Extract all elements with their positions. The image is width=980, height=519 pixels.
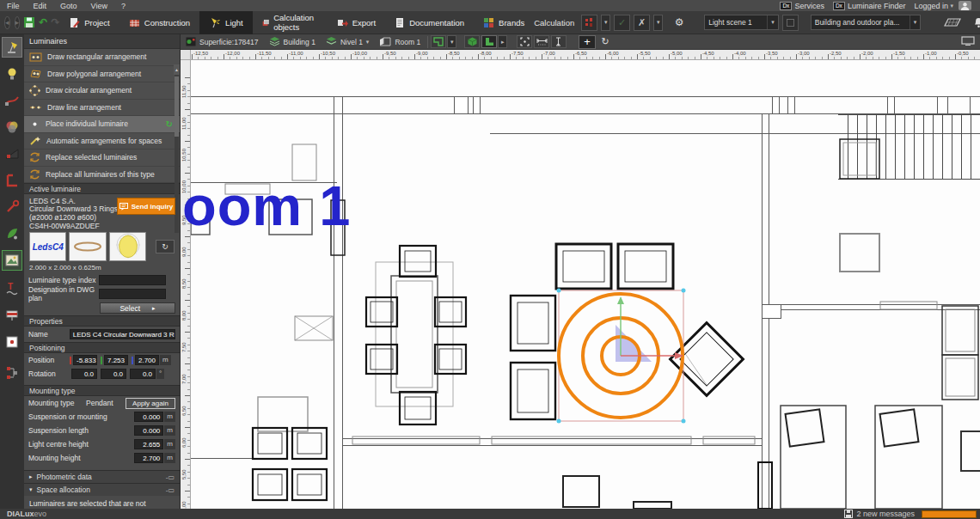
tab-documentation[interactable]: Documentation [385, 11, 474, 34]
dwg-input[interactable] [99, 289, 166, 299]
pin-icon[interactable]: -▭ [166, 486, 175, 494]
building-selector[interactable]: Building 1 [264, 34, 321, 50]
lamps-icon[interactable] [2, 64, 22, 84]
tool-draw-polygonal-arrangement[interactable]: Draw polygonal arrangement [24, 66, 180, 83]
messages-indicator[interactable]: 2 new messages [844, 510, 980, 518]
send-inquiry-button[interactable]: Send inquiry [117, 198, 175, 215]
rotation-y-input[interactable]: 0.0 [101, 369, 126, 379]
notifications-button[interactable] [969, 14, 980, 31]
position-z-input[interactable]: 2.700 [135, 355, 159, 365]
mounting-height-input[interactable]: 2.700 [134, 453, 163, 463]
refresh-icon[interactable]: ↻ [166, 119, 173, 129]
luminaire-selection[interactable] [557, 289, 686, 424]
tool-draw-line-arrangement[interactable]: Draw line arrangement [24, 100, 180, 117]
cables-icon[interactable] [2, 90, 22, 111]
structure-icon[interactable] [2, 363, 22, 383]
light-scene-select[interactable]: Light scene 1 ▾ [704, 15, 779, 30]
tool-draw-rectangular-arrangement[interactable]: Draw rectangular arrangement [24, 49, 180, 66]
menu-edit[interactable]: Edit [27, 2, 54, 10]
cancel-dropdown[interactable]: ▾ [653, 15, 663, 31]
position-y-input[interactable]: 7.253 [104, 355, 128, 365]
rotate-luminaire-button[interactable]: ↻ [156, 240, 175, 253]
luminaires-tool-icon[interactable] [2, 37, 22, 58]
services-link[interactable]: Dx Services [780, 2, 824, 10]
colours-icon[interactable] [2, 117, 22, 137]
tab-export[interactable]: Export [328, 11, 385, 34]
space-allocation-section[interactable]: ▾ Space allocation -▭ [24, 483, 180, 496]
tab-brands[interactable]: Brands [474, 11, 534, 34]
menu-help[interactable]: ? [114, 2, 132, 10]
manufacturer-logo[interactable]: LedsC4 [29, 232, 66, 261]
scene-image-icon[interactable] [2, 250, 22, 271]
name-input[interactable]: LEDS C4 Circular Downward 3 Rings (ø2000… [70, 329, 175, 339]
room-geometry-icon[interactable] [2, 170, 22, 191]
measure-vertical-button[interactable] [551, 35, 567, 48]
pan-tool-button[interactable]: + [579, 35, 596, 49]
output-mode-select[interactable]: Building and outdoor pla... ▾ [811, 15, 922, 30]
luminaire-finder-link[interactable]: Dx Luminaire Finder [833, 2, 906, 10]
select-button[interactable]: Select ▸ [100, 302, 175, 314]
daylight-icon[interactable] [2, 143, 22, 164]
back-button[interactable]: ◂ [4, 16, 10, 29]
product-photo[interactable] [69, 232, 106, 261]
undo-button[interactable]: ↶ [39, 14, 47, 31]
tool-label: Automatic arrangements for spaces [46, 137, 162, 145]
tool-automatic-arrangements[interactable]: Automatic arrangements for spaces [24, 133, 180, 150]
display-settings-button[interactable] [961, 36, 975, 47]
rotation-z-input[interactable]: 0.0 [130, 369, 156, 379]
text-annotation-icon[interactable]: T [2, 278, 22, 299]
menu-file[interactable]: File [0, 2, 27, 10]
suspension-or-mounting-input[interactable]: 0.000 [134, 412, 163, 422]
logged-in-menu[interactable]: Logged in ▾ [914, 1, 971, 10]
active-luminaire-info: LEDS C4 S.A. Circular Downward 3 Rings (… [24, 194, 180, 230]
energy-icon[interactable] [2, 223, 22, 244]
suspension-length-input[interactable]: 0.000 [134, 425, 163, 436]
calculation-dropdown[interactable]: ▾ [601, 15, 610, 31]
tab-construction[interactable]: Construction [119, 11, 199, 34]
calculation-frame-icon[interactable] [2, 332, 22, 352]
photometric-curve-thumb[interactable] [109, 232, 146, 261]
tool-draw-circular-arrangement[interactable]: Draw circular arrangement [24, 82, 180, 100]
view-3d-button[interactable] [464, 35, 480, 48]
save-button[interactable] [23, 14, 35, 31]
cancel-button[interactable]: ✗ [634, 15, 650, 31]
measure-horizontal-button[interactable] [534, 35, 549, 48]
tool-replace-all-luminaires[interactable]: Replace all luminaires of this type [24, 167, 180, 184]
photometric-data-section[interactable]: ▸ Photometric data -▭ [24, 470, 180, 483]
scene-preview-button[interactable] [782, 15, 799, 31]
redo-button[interactable]: ↷ [51, 14, 59, 31]
menu-goto[interactable]: Goto [53, 2, 84, 10]
settings-button[interactable]: ⚙ [670, 14, 689, 31]
rotation-x-input[interactable]: 0.0 [71, 369, 97, 379]
materials-icon[interactable] [2, 305, 22, 326]
scroll-up-icon[interactable]: ▲ [174, 64, 180, 75]
mounting-type-value[interactable]: Pendant [86, 399, 122, 407]
level-selector[interactable]: Nivel 1 ▾ [321, 34, 375, 50]
type-index-input[interactable] [99, 275, 166, 285]
pin-icon[interactable]: -▭ [166, 473, 175, 481]
tools-icon[interactable] [2, 197, 22, 217]
tab-project[interactable]: Project [59, 11, 119, 34]
tab-light[interactable]: Light [199, 11, 253, 34]
light-centre-height-input[interactable]: 2.655 [134, 439, 163, 449]
menu-view[interactable]: View [84, 2, 114, 10]
floor-plan-view-button[interactable] [431, 35, 446, 48]
forward-button[interactable]: ▸ [15, 16, 21, 29]
apply-again-button[interactable]: Apply again [126, 398, 175, 409]
position-x-input[interactable]: -5.833 [73, 355, 97, 365]
plan-canvas[interactable]: Room 1 -12,50-12,00-11,50-11,00-10,50-10… [181, 50, 980, 509]
view-mode-dropdown[interactable]: ▸ [498, 35, 507, 48]
tab-calculation-objects[interactable]: Calculation objects [253, 11, 328, 34]
room-selector[interactable]: Room 1 [374, 34, 426, 50]
accept-button[interactable]: ✓ [614, 15, 630, 31]
plan-l-icon [485, 37, 494, 46]
false-colours-button[interactable] [943, 14, 962, 31]
avatar[interactable] [959, 1, 971, 10]
zoom-fit-button[interactable] [517, 35, 532, 48]
tool-place-individual-luminaire[interactable]: Place individual luminaire ↻ [24, 116, 180, 133]
tool-replace-selected-luminaires[interactable]: Replace selected luminaires [24, 150, 180, 167]
rotate-view-button[interactable]: ↻ [597, 35, 613, 48]
floor-plan-dropdown[interactable]: ▾ [447, 35, 456, 48]
plan-2d-button[interactable] [481, 35, 497, 48]
start-calculation-button[interactable] [581, 15, 597, 31]
